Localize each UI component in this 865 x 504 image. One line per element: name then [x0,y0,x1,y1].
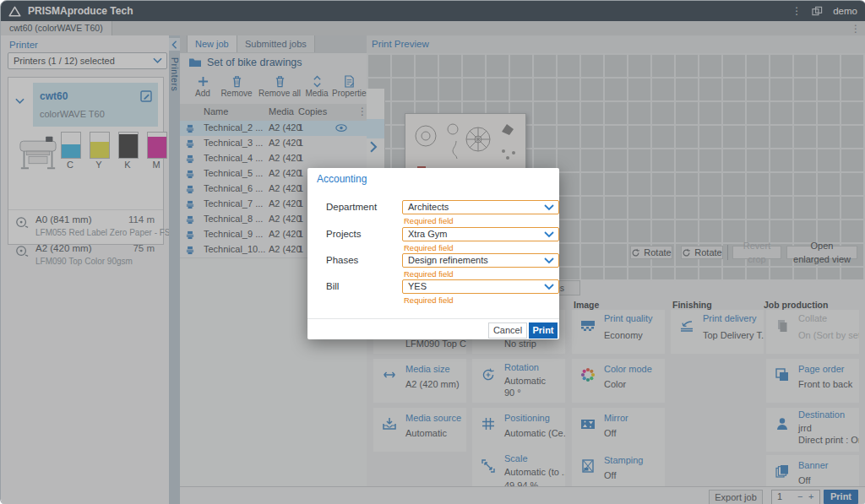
phases-value: Design refinements [408,255,488,265]
required-hint: Required field [404,269,454,279]
dialog-footer: Cancel Print [307,318,559,340]
field-label-department: Department [326,202,377,212]
field-label-projects: Projects [326,229,362,239]
chevron-down-icon [544,231,554,238]
chevron-down-icon [544,257,554,264]
accounting-dialog: Accounting Department Architects Require… [307,168,559,339]
phases-dropdown[interactable]: Design refinements [402,253,559,268]
projects-value: Xtra Gym [408,229,447,239]
projects-dropdown[interactable]: Xtra Gym [402,227,559,241]
chevron-down-icon [544,204,554,211]
cancel-button[interactable]: Cancel [488,322,527,339]
chevron-down-icon [544,284,554,290]
app-window: PRISMAproduce Tech ⋮ demo cwt60 (colorWA… [0,0,865,504]
bill-dropdown[interactable]: YES [402,279,559,294]
bill-value: YES [408,281,427,291]
required-hint: Required field [404,243,454,252]
required-hint: Required field [404,295,454,305]
field-label-phases: Phases [326,255,358,265]
dialog-title: Accounting [317,173,367,185]
field-label-bill: Bill [326,281,339,291]
department-dropdown[interactable]: Architects [402,200,559,214]
department-value: Architects [408,202,449,212]
required-hint: Required field [404,216,454,225]
dialog-print-button[interactable]: Print [529,322,558,339]
